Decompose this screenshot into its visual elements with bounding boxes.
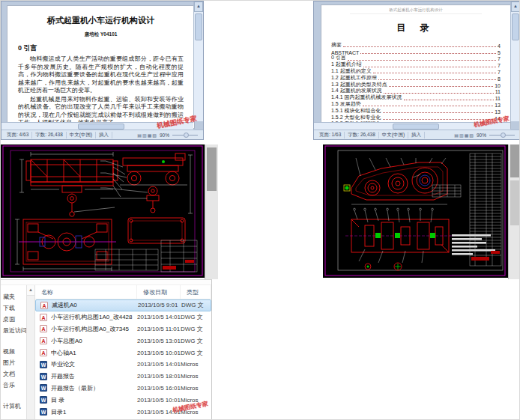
scroll-up-icon[interactable]: ▲: [27, 285, 34, 296]
dwg-file-icon: A: [40, 337, 47, 344]
sidebar-item[interactable]: 视频: [1, 346, 26, 357]
word-file-icon: W: [40, 373, 47, 380]
word-file-icon: W: [40, 408, 47, 416]
document-page[interactable]: 桥式起重机小车运行机构设计 目 录 摘要4ABSTRACT50 引言71 起重机…: [321, 4, 511, 129]
sidebar-item[interactable]: 最近访问的位置: [1, 325, 26, 336]
toc-entry-label: 0 引言: [331, 55, 346, 62]
list-item[interactable]: W毕业论文2013/10/5 14:01Micros: [35, 359, 211, 371]
toc-leader-dots: [404, 95, 494, 100]
scroll-thumb[interactable]: [195, 13, 202, 40]
toc-entry: 1.1 起重机的定义7: [331, 68, 501, 75]
cad-side-panel[interactable]: [508, 144, 520, 279]
zoom-slider[interactable]: [489, 135, 515, 136]
list-item[interactable]: A减速机A02013/10/5 9:01DWG 文: [35, 299, 211, 311]
toc-list: 摘要4ABSTRACT50 引言71 起重机介绍71.1 起重机的定义71.2 …: [321, 42, 510, 129]
file-type: DWG 文: [181, 337, 211, 345]
document-author: 唐培松 Y04101: [18, 31, 184, 38]
dwg-file-icon: A: [40, 349, 47, 356]
toc-entry: 摘要4: [331, 42, 501, 49]
sidebar-item[interactable]: 文档: [1, 368, 26, 380]
dwg-file-icon: A: [40, 302, 48, 309]
view-mode-icons[interactable]: ▤▥▦▧: [452, 133, 477, 138]
toc-page-number: 13: [495, 103, 501, 108]
sidebar-item[interactable]: 音乐: [1, 380, 26, 391]
file-name: 目 录: [51, 396, 137, 404]
list-item[interactable]: W开题报告2013/10/5 18:01Micros: [35, 371, 211, 383]
status-wordcount: 字数: 26,438: [345, 132, 379, 139]
cad-panel-block: [207, 147, 217, 191]
file-name: 中心轴A1: [51, 349, 137, 357]
toc-page-number: 11: [495, 96, 501, 101]
list-item[interactable]: A小车运行机构总图1A0_改44282013/10/5 14:01DWG 文: [35, 311, 211, 323]
sidebar-item[interactable]: 图片: [1, 357, 26, 368]
file-date: 2013/10/5 16:01: [137, 385, 181, 392]
zoom-level: 90%: [477, 133, 486, 138]
toc-page-number: 7: [498, 63, 501, 68]
word-window-thesis: 桥式起重机小车运行机构设计 唐培松 Y04101 0 引言 物料搬运成了人类生产…: [1, 1, 204, 140]
cad-canvas[interactable]: [323, 144, 508, 278]
file-date: 2013/10/5 14:01: [137, 361, 181, 368]
paragraph: 物料搬运成了人类生产活动的重要组成部分，距今已有五千多年的发展历史。随着生产规模…: [18, 55, 184, 95]
scroll-thumb[interactable]: [78, 124, 124, 130]
cad-canvas[interactable]: [1, 144, 205, 278]
sidebar-item[interactable]: 桌面: [1, 314, 26, 325]
cad-side-panel[interactable]: [205, 144, 218, 279]
file-type: Micros: [181, 385, 211, 392]
file-date: 2013/10/5 18:01: [137, 373, 181, 380]
scroll-up-icon[interactable]: ▲: [194, 1, 203, 12]
status-insert-mode: 插入: [408, 132, 425, 139]
toc-entry: ABSTRACT5: [331, 49, 501, 55]
toc-entry: 1.4.1 国内起重机机械发展状况11: [331, 94, 501, 101]
toc-title: 目 录: [321, 22, 510, 34]
scroll-thumb[interactable]: [393, 124, 439, 130]
scroll-up-icon[interactable]: ▲: [511, 1, 520, 12]
file-name: 小车总图A0: [51, 337, 137, 345]
zoom-level: 90%: [160, 133, 169, 138]
toc-leader-dots: [373, 68, 496, 73]
column-header-name[interactable]: 名称: [35, 285, 137, 299]
sidebar-item[interactable]: 下载: [1, 302, 26, 314]
zoom-slider[interactable]: [172, 135, 198, 136]
vertical-scrollbar[interactable]: ▲: [510, 1, 520, 121]
toc-entry: 1.5 发展趋势13: [331, 101, 501, 108]
page-header-text: 桥式起重机小车运行机构设计: [350, 7, 482, 14]
status-bar: 页面: 4/63 字数: 26,438 中文(中国) 插入 ▤▥▦▧ 90%: [1, 130, 203, 139]
file-type: Micros: [181, 361, 211, 368]
sidebar-item[interactable]: 藏夹: [1, 291, 26, 302]
file-type: DWG 文: [181, 313, 211, 321]
list-item[interactable]: A中心轴A12013/10/5 10:01DWG 文: [35, 347, 211, 359]
sidebar-scrollbar[interactable]: ▲: [26, 285, 35, 420]
view-mode-icons[interactable]: ▤▥▦▧: [135, 133, 160, 138]
status-bar: 页面: 1/63 字数: 26,438 中文(中国) 插入 ▤▥▦▧ 90%: [314, 130, 520, 139]
toc-leader-dots: [348, 55, 496, 61]
word-file-icon: W: [40, 384, 47, 392]
toc-page-number: 13: [495, 109, 501, 115]
list-item[interactable]: A小车总图A02013/10/5 13:01DWG 文: [35, 335, 211, 347]
list-item[interactable]: W开题报告（最新）2013/10/5 16:01Micros: [35, 383, 211, 395]
cad-panel-block: [510, 180, 519, 225]
status-language: 中文(中国): [67, 132, 96, 139]
toc-leader-dots: [378, 75, 496, 80]
toc-entry-label: ABSTRACT: [331, 50, 359, 55]
toc-page-number: 10: [495, 83, 501, 88]
toc-leader-dots: [363, 62, 496, 67]
column-header-type[interactable]: 类型: [181, 285, 211, 299]
file-type: DWG 文: [181, 301, 211, 309]
file-name: 开题报告（最新）: [51, 384, 137, 392]
dwg-file-icon: A: [40, 314, 47, 321]
toc-page-number: 5: [498, 50, 501, 55]
toc-leader-dots: [384, 88, 494, 94]
document-page[interactable]: 桥式起重机小车运行机构设计 唐培松 Y04101 0 引言 物料搬运成了人类生产…: [7, 5, 195, 129]
word-window-toc: 桥式起重机小车运行机构设计 目 录 摘要4ABSTRACT50 引言71 起重机…: [313, 1, 520, 140]
sidebar-item[interactable]: 计算机: [1, 401, 26, 412]
toc-entry-label: 摘要: [331, 42, 342, 49]
file-name: 小车运行机构总图A0_改7345: [51, 325, 137, 333]
vertical-scrollbar[interactable]: ▲: [193, 1, 203, 121]
toc-leader-dots: [360, 49, 496, 54]
cad-green-marker: [345, 186, 349, 190]
file-date: 2013/10/5 10:01: [137, 350, 181, 356]
toc-entry-label: 1.1 起重机的定义: [331, 68, 372, 75]
list-item[interactable]: A小车运行机构总图A0_改73452013/10/5 11:01DWG 文: [35, 323, 211, 335]
column-header-date[interactable]: 修改日期: [137, 285, 181, 299]
scroll-thumb[interactable]: [512, 13, 519, 40]
